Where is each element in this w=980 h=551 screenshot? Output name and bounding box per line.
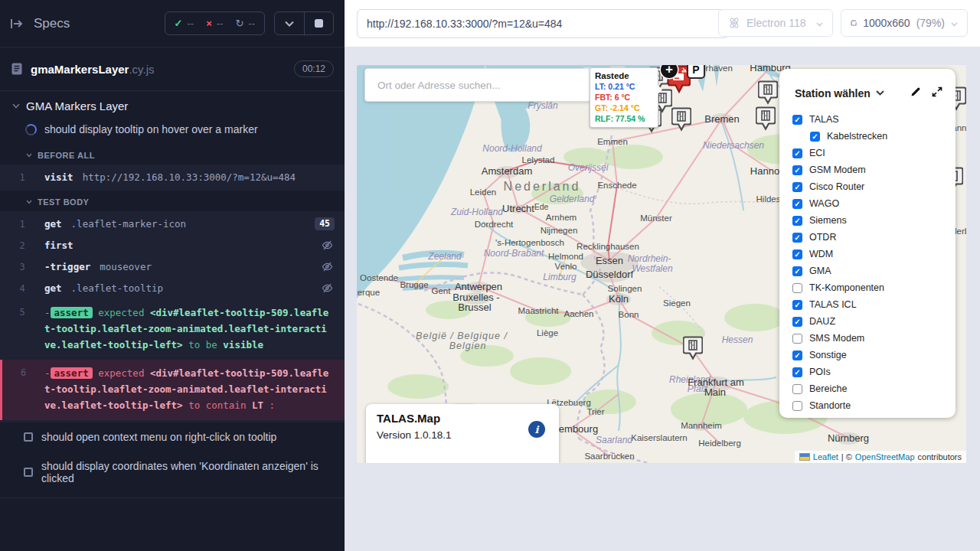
layer-checkbox-row[interactable]: ✓ OTDR <box>792 229 956 246</box>
pending-test-row[interactable]: should display coordinates when 'Koordin… <box>0 452 345 493</box>
layer-checkbox-row[interactable]: ✓ WDM <box>792 246 956 262</box>
map-label: Köln <box>609 293 629 305</box>
map-label: Zeeland <box>428 251 461 262</box>
active-test-row[interactable]: should display tooltip on hover over a m… <box>0 118 345 144</box>
browser-select[interactable]: Electron 118 <box>718 9 833 37</box>
suite-row[interactable]: GMA Markers Layer <box>0 91 345 118</box>
map-label: Brugge <box>400 280 428 289</box>
parking-poi-marker[interactable]: P <box>687 65 705 79</box>
app-preview-pane: http://192.168.10.33:3000/?m=12&u=484 El… <box>345 0 980 551</box>
divider <box>0 497 345 498</box>
checkbox-icon[interactable]: ✓ <box>792 199 802 209</box>
expand-fullscreen-icon[interactable] <box>931 86 943 100</box>
leaflet-map[interactable]: HamburgerhavenFryslânBremenHannoveEmmenN… <box>357 65 966 463</box>
checkbox-icon[interactable]: ✓ <box>792 216 802 226</box>
checkbox-icon[interactable]: ✓ <box>810 132 820 142</box>
station-select-dropdown[interactable]: Station wählen <box>795 87 871 99</box>
station-marker[interactable] <box>671 107 691 132</box>
command-row[interactable]: 1 get .leaflet-marker-icon 45 <box>0 214 345 235</box>
hidden-eye-icon <box>322 282 333 298</box>
layer-checkbox-row[interactable]: ✓ Standorte <box>792 397 956 414</box>
marker-tooltip[interactable]: Rastede LT: 0.21 °CFBT: 6 °CGT: -2.14 °C… <box>590 67 658 128</box>
layer-checkbox-row[interactable]: ✓ Siemens <box>792 212 956 229</box>
map-label: Lelystad <box>522 155 555 165</box>
spec-duration-badge: 00:12 <box>294 60 334 77</box>
layer-checkbox-row[interactable]: ✓ Kabelstrecken <box>792 128 956 145</box>
checkbox-icon[interactable]: ✓ <box>792 350 802 360</box>
pending-test-row[interactable]: should open context menu on right-click … <box>0 422 345 452</box>
map-attribution: Leaflet | © OpenStreetMap contributors <box>795 451 966 463</box>
layer-checkbox-row[interactable]: ✓ TALAS <box>792 111 956 128</box>
checkbox-icon[interactable]: ✓ <box>792 384 802 394</box>
map-label: Mannheim <box>681 421 722 430</box>
collapse-all-button[interactable] <box>275 12 304 34</box>
assert-failed-text: -assert expected <div#leaflet-tooltip-50… <box>44 365 331 413</box>
spec-file-row[interactable]: gmaMarkersLayer.cy.js 00:12 <box>0 47 345 91</box>
checkbox-icon[interactable]: ✓ <box>792 266 802 276</box>
layer-label: OTDR <box>809 232 836 243</box>
layer-checkbox-row[interactable]: ✓ Cisco Router <box>792 178 956 195</box>
layer-checkbox-row[interactable]: ✓ TK-Komponenten <box>792 279 956 296</box>
checkbox-icon[interactable]: ✓ <box>792 300 802 310</box>
layer-checkbox-row[interactable]: ✓ GMA <box>792 262 956 279</box>
leaflet-link[interactable]: Leaflet <box>813 452 838 461</box>
layer-checkbox-row[interactable]: ✓ ECI <box>792 145 956 161</box>
checkbox-icon[interactable]: ✓ <box>792 233 802 243</box>
command-row[interactable]: 2 first <box>0 235 345 256</box>
map-label: Overijssel <box>568 162 609 173</box>
map-label: Hessen <box>722 334 753 345</box>
checkbox-icon[interactable]: ✓ <box>792 148 802 158</box>
checkbox-icon[interactable]: ✓ <box>792 334 802 344</box>
specs-menu-icon[interactable] <box>11 18 24 29</box>
checkbox-icon[interactable]: ✓ <box>792 401 802 411</box>
layer-checkbox-row[interactable]: ✓ GSM Modem <box>792 161 956 178</box>
layer-checkbox-row[interactable]: ✓ SMS Modem <box>792 330 956 347</box>
specs-title: Specs <box>34 16 70 31</box>
chevron-down-icon <box>951 17 958 29</box>
checkbox-icon[interactable]: ✓ <box>792 317 802 327</box>
checkbox-icon[interactable]: ✓ <box>792 249 802 259</box>
map-label: Fryslân <box>528 100 557 111</box>
command-row[interactable]: 1 visit http://192.168.10.33:3000/?m=12&… <box>0 167 345 188</box>
chevron-down-icon <box>26 200 32 204</box>
layer-checkbox-row[interactable]: ✓ TALAS ICL <box>792 296 956 313</box>
address-bar[interactable]: http://192.168.10.33:3000/?m=12&u=484 <box>357 9 729 38</box>
assert-passed-row[interactable]: 5 -assert expected <div#leaflet-tooltip-… <box>0 299 345 360</box>
command-row[interactable]: 4 get .leaflet-tooltip <box>0 278 345 299</box>
map-search-input[interactable] <box>365 69 590 101</box>
layer-label: GMA <box>809 266 831 276</box>
command-row[interactable]: 3 -trigger mouseover <box>0 256 345 278</box>
test-body-hook-label[interactable]: TEST BODY <box>0 191 345 211</box>
station-marker[interactable] <box>758 80 778 105</box>
ukraine-flag-icon <box>799 453 810 461</box>
map-label: Siegen <box>663 298 691 308</box>
layer-checkbox-row[interactable]: ✓ DAUZ <box>792 313 956 330</box>
before-all-commands: 1 visit http://192.168.10.33:3000/?m=12&… <box>0 165 345 191</box>
chevron-down-icon[interactable] <box>876 90 884 96</box>
map-label: Essen <box>596 255 623 266</box>
stop-tests-button[interactable] <box>304 12 333 34</box>
before-all-hook-label[interactable]: BEFORE ALL <box>0 144 345 165</box>
layer-checkbox-row[interactable]: ✓ POIs <box>792 364 956 380</box>
station-marker[interactable] <box>683 336 703 360</box>
layer-checkbox-row[interactable]: ✓ WAGO <box>792 195 956 212</box>
edit-pencil-icon[interactable] <box>910 86 922 100</box>
checkbox-icon[interactable]: ✓ <box>792 182 802 192</box>
layer-checkbox-row[interactable]: ✓ Bereiche <box>792 380 956 397</box>
checkbox-icon[interactable]: ✓ <box>792 165 802 175</box>
station-marker[interactable] <box>756 106 776 131</box>
info-icon[interactable]: i <box>528 421 545 438</box>
viewport-select[interactable]: 1000x660 (79%) <box>841 9 968 37</box>
map-label: Nijmegen <box>541 226 578 235</box>
map-label: Belgien <box>449 341 487 351</box>
layer-checkbox-row[interactable]: ✓ Sonstige <box>792 347 956 364</box>
checkbox-icon[interactable]: ✓ <box>792 115 802 125</box>
test-body-commands: 1 get .leaflet-marker-icon 45 2 first 3 … <box>0 211 345 422</box>
layer-label: SMS Modem <box>809 333 864 344</box>
openstreetmap-link[interactable]: OpenStreetMap <box>855 452 915 461</box>
checkbox-icon[interactable]: ✓ <box>792 283 802 293</box>
map-label: Aachen <box>564 309 593 318</box>
assert-failed-row[interactable]: 6 -assert expected <div#leaflet-tooltip-… <box>0 360 345 420</box>
checkbox-icon[interactable]: ✓ <box>792 367 802 377</box>
layer-checkbox-list: ✓ TALAS ✓ Kabelstrecken ✓ ECI <box>779 106 956 414</box>
